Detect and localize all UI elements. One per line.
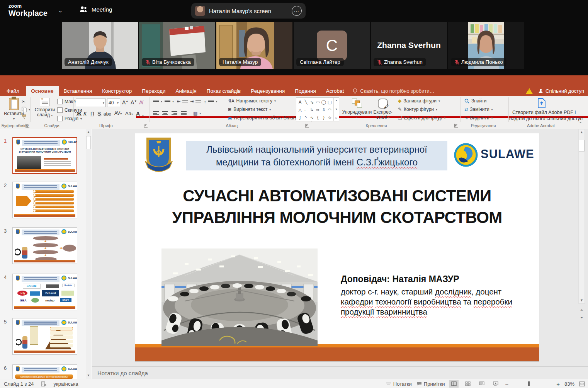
scrollbar-thumb[interactable] — [86, 136, 91, 149]
shape-icon[interactable]: } — [321, 114, 326, 121]
font-dialog-launcher[interactable] — [144, 124, 148, 128]
replace-button[interactable]: ⇄Замінити▾ — [464, 107, 493, 112]
reading-view-button[interactable] — [477, 380, 486, 388]
italic-button[interactable]: К — [83, 111, 87, 117]
slide-canvas[interactable]: Львівський національний університет вете… — [135, 133, 539, 361]
shape-icon[interactable]: ∿ — [309, 114, 315, 121]
font-color-dropdown[interactable]: ▾ — [142, 111, 144, 117]
participant-tile-nataliia[interactable]: Наталія Мазур — [216, 22, 292, 69]
slide-sorter-view-button[interactable] — [463, 380, 472, 388]
ribbon-tab[interactable]: Файл — [0, 86, 26, 96]
justify-button[interactable] — [181, 111, 187, 117]
create-pdf-button-line2[interactable]: надати до нього спільний доступ — [509, 116, 583, 121]
ribbon-tab[interactable]: Анімація — [171, 86, 202, 96]
shape-icon[interactable]: ⇨ — [315, 106, 321, 114]
slide-thumbnail-4[interactable]: SULAWE afimilk BouMatic Lely DeLaval GEA… — [12, 274, 77, 310]
align-center-button[interactable] — [162, 111, 168, 117]
next-slide-button[interactable]: ⏷ — [578, 315, 585, 321]
shape-icon[interactable]: ⇩ — [321, 106, 326, 114]
change-case-button[interactable]: Aa▾ — [125, 111, 133, 116]
shape-icon[interactable]: ▢ — [327, 98, 333, 106]
slide-thumbnail-5[interactable]: SULAWE — [12, 318, 77, 355]
columns-button[interactable]: ▥▾ — [193, 111, 201, 116]
font-name-combobox[interactable]: ▾ — [76, 99, 106, 107]
shape-icon[interactable]: ⌐ — [303, 106, 309, 114]
text-direction-button[interactable]: ⇅AНапрямок тексту▾ — [228, 98, 276, 104]
main-scrollbar[interactable]: ▲ ▼ ⏶ ⏷ — [578, 129, 585, 322]
text-shadow-button[interactable]: S — [97, 111, 101, 117]
section-button[interactable]: Розділ▾ — [57, 116, 82, 121]
participant-tile-zhanna[interactable]: Zhanna Sverhun Zhanna Sverhun — [371, 22, 447, 69]
zoom-slider[interactable] — [513, 380, 552, 388]
ribbon-tab[interactable]: Рецензування — [246, 86, 290, 96]
speaker-block[interactable]: Доповідач: Наталія МАЗУР доктор с-г. нау… — [341, 274, 515, 317]
bold-button[interactable]: Ж — [76, 111, 82, 117]
find-button[interactable]: Знайти — [464, 98, 486, 104]
shapes-gallery-scrollbar[interactable]: ▴▾⍗ — [333, 98, 339, 121]
format-painter-button[interactable] — [22, 114, 27, 119]
shape-icon[interactable]: △ — [297, 106, 303, 114]
share-button[interactable]: Спільний доступ — [538, 88, 584, 94]
align-right-button[interactable] — [172, 111, 177, 117]
slide-thumbnail-1[interactable]: SULAWE СУЧАСНІ АВТОМАТИЗОВАНІ СИСТЕМИУПР… — [12, 137, 77, 174]
ribbon-tab[interactable]: Acrobat — [321, 86, 349, 96]
font-size-combobox[interactable]: 40▾ — [107, 99, 120, 107]
shape-icon[interactable]: ◯ — [321, 98, 326, 106]
clipboard-dialog-launcher[interactable] — [25, 124, 29, 128]
paragraph-dialog-launcher[interactable] — [305, 124, 309, 128]
meeting-tab[interactable]: Meeting — [92, 6, 112, 13]
scroll-down-arrow[interactable]: ▼ — [578, 297, 585, 304]
shape-icon[interactable]: ☆ — [327, 114, 333, 121]
milking-parlor-photo[interactable] — [161, 248, 318, 346]
grow-font-button[interactable]: А▲ — [122, 99, 128, 106]
zoom-level[interactable]: 83% — [564, 381, 574, 387]
participant-tile-svitlana[interactable]: C Світлана Лайтер — [294, 22, 370, 69]
numbering-button[interactable]: ▾ — [165, 99, 174, 104]
ribbon-tab[interactable]: Переходи — [137, 86, 170, 96]
slide-thumbnail-2[interactable]: SULAWE — [12, 182, 77, 218]
ribbon-tab[interactable]: Подання — [290, 86, 321, 96]
shrink-font-button[interactable]: А▼ — [131, 99, 137, 106]
slide-thumbnail-6[interactable]: SULAWE Автоматизовані доїльні системи вк… — [12, 364, 77, 379]
new-slide-button[interactable]: Створити слайд ▾ — [33, 98, 56, 117]
increase-indent-button[interactable]: ⇥ — [190, 99, 201, 104]
spellcheck-icon[interactable] — [41, 381, 47, 386]
ribbon-tab[interactable]: Конструктор — [97, 86, 137, 96]
align-left-button[interactable] — [153, 111, 159, 117]
shape-icon[interactable]: { — [315, 114, 321, 121]
align-text-button[interactable]: ⊞Вирівняти текст▾ — [228, 107, 271, 112]
ribbon-tab[interactable]: Основне — [26, 86, 58, 96]
shape-icon[interactable]: ▭ — [315, 98, 321, 106]
clear-formatting-button[interactable]: A̸ — [139, 99, 143, 106]
slideshow-view-button[interactable] — [491, 380, 500, 388]
create-pdf-button[interactable]: Створити файл Adobe PDF і — [512, 110, 576, 115]
arrange-button[interactable]: Упорядкувати▾ — [343, 99, 371, 119]
copy-button[interactable]: ▾ — [22, 107, 30, 112]
collapse-ribbon-button[interactable]: ⌃ — [579, 121, 582, 126]
scrollbar-thumb[interactable] — [579, 140, 585, 151]
shape-fill-button[interactable]: ◆Заливка фігури▾ — [398, 98, 440, 104]
shape-icon[interactable]: ◠ — [327, 106, 333, 114]
shapes-gallery[interactable]: A╲↘▭◯▢△⌐↳⇨⇩◠ʃ◝∿{}☆ ▴▾⍗ — [296, 97, 339, 121]
shape-icon[interactable]: ╲ — [303, 98, 309, 106]
shape-icon[interactable]: ↳ — [309, 106, 315, 114]
warning-icon[interactable] — [526, 88, 533, 94]
notes-pane[interactable]: Нотатки до слайда — [92, 366, 588, 379]
slide-title-line1[interactable]: СУЧАСНІ АВТОМАТИЗОВАНІ СИСТЕМИ — [135, 187, 539, 205]
convert-smartart-button[interactable]: ▣Перетворити на об'єкт SmartArt▾ — [228, 115, 305, 121]
slide-title-line2[interactable]: УПРАВЛІННЯ МОЛОЧНИМ СКОТАРСТВОМ — [135, 208, 539, 227]
decrease-indent-button[interactable]: ⇤ — [177, 99, 188, 104]
scroll-up-arrow[interactable]: ▲ — [578, 129, 585, 136]
scroll-down-arrow[interactable]: ▼ — [86, 373, 91, 379]
participant-tile-anatolii[interactable]: Анатолій Димчук — [62, 22, 138, 69]
shape-effects-button[interactable]: ❏Ефекти для фігур▾ — [398, 115, 446, 121]
bullets-button[interactable]: ▾ — [153, 99, 162, 104]
previous-slide-button[interactable]: ⏶ — [578, 307, 585, 313]
more-options-icon[interactable]: ⋯ — [292, 6, 302, 16]
chevron-down-icon[interactable]: ⌄ — [58, 7, 63, 14]
scroll-up-arrow[interactable]: ▲ — [86, 129, 91, 135]
language-indicator[interactable]: українська — [54, 381, 78, 387]
shape-icon[interactable]: A — [297, 98, 303, 106]
screen-share-pill[interactable]: Наталія Мазур's screen ⋯ — [191, 3, 306, 19]
thumbnail-scrollbar[interactable]: ▲ ▼ — [86, 129, 91, 379]
